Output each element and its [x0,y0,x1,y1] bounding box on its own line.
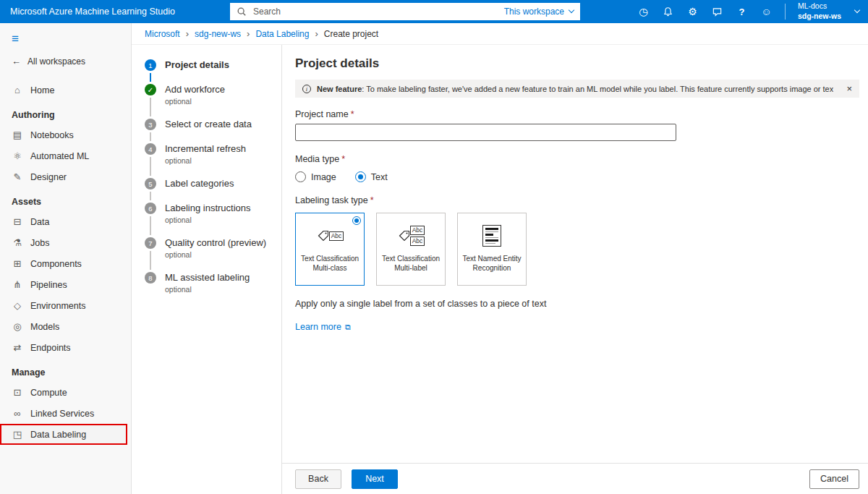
nav-label: Jobs [30,238,49,248]
nav-label: Pipelines [30,280,67,290]
hamburger-menu-icon[interactable]: ≡ [0,26,131,49]
nav-label: Home [30,85,54,95]
breadcrumb-microsoft[interactable]: Microsoft [145,29,180,39]
project-name-input[interactable] [295,124,676,141]
ner-icon [482,225,501,247]
sidebar-item-jobs[interactable]: ⚗ Jobs [0,232,131,253]
project-details-panel: Project details i New feature: To make l… [282,45,868,494]
media-type-options: Image Text [295,171,868,182]
sidebar-section-authoring: Authoring [0,101,131,124]
selected-radio-icon [352,216,361,225]
breadcrumb-data-labeling[interactable]: Data Labeling [255,29,309,39]
step-item-labeling-instructions[interactable]: 6 Labeling instructions optional [145,203,281,237]
automated-ml-icon: ⚛ [12,150,23,161]
step-optional: optional [165,250,266,259]
step-indicator-1: 1 [145,59,156,71]
step-item-select-or-create-data[interactable]: 3 Select or create data [145,119,281,143]
info-icon: i [302,85,311,93]
step-item-label-categories[interactable]: 5 Label categories [145,178,281,203]
step-item-ml-assisted-labeling[interactable]: 8 ML assisted labeling optional [145,272,281,307]
global-search[interactable]: This workspace [230,3,580,20]
nav-label: Models [30,322,59,332]
abc-box: Abc [410,226,425,235]
gear-icon[interactable]: ⚙ [686,7,699,17]
nav-label: Automated ML [30,151,89,161]
sidebar-item-automated-ml[interactable]: ⚛ Automated ML [0,145,131,166]
step-label: Quality control (preview) [165,237,266,249]
breadcrumb-workspace[interactable]: sdg-new-ws [195,29,241,39]
smiley-icon[interactable]: ☺ [760,7,773,17]
media-type-image-radio[interactable]: Image [295,171,336,182]
step-item-add-workforce[interactable]: ✓ Add workforce optional [145,84,281,119]
labeling-task-type-label: Labeling task type* [295,195,868,205]
close-icon[interactable]: × [839,83,852,94]
task-card-text-classification-multi-class[interactable]: Abc Text Classification Multi-class [295,213,365,286]
all-workspaces-link[interactable]: ← All workspaces [0,49,131,71]
task-card-text-named-entity-recognition[interactable]: Text Named Entity Recognition [457,213,527,286]
new-feature-banner: i New feature: To make labeling faster, … [295,80,859,98]
topbar: Microsoft Azure Machine Learning Studio … [0,0,868,23]
sidebar-item-linked-services[interactable]: ∞ Linked Services [0,403,131,424]
sidebar-item-components[interactable]: ⊞ Components [0,253,131,274]
tag-icon [316,229,331,243]
wizard-stepper: 1 Project details ✓ Add workforce option… [132,45,282,494]
step-connector [150,132,151,141]
step-item-quality-control[interactable]: 7 Quality control (preview) optional [145,237,281,272]
sidebar-item-endpoints[interactable]: ⇄ Endpoints [0,337,131,358]
external-link-icon: ⧉ [345,323,351,332]
sidebar-item-environments[interactable]: ◇ Environments [0,295,131,316]
step-connector [150,251,151,270]
sidebar-section-assets: Assets [0,187,131,211]
label-text: Media type [295,154,339,164]
step-optional: optional [165,97,225,106]
compute-icon: ⊡ [12,387,23,398]
help-icon[interactable]: ? [736,7,748,17]
data-icon: ⊟ [12,216,23,227]
clock-icon[interactable]: ◷ [637,7,650,17]
sidebar-item-data[interactable]: ⊟ Data [0,211,131,232]
components-icon: ⊞ [12,258,23,269]
search-input[interactable] [252,6,504,17]
step-connector [150,98,151,116]
project-name-label: Project name* [295,109,868,119]
abc-stack: Abc Abc [410,226,425,246]
cancel-button[interactable]: Cancel [809,469,859,489]
sidebar-item-pipelines[interactable]: ⋔ Pipelines [0,274,131,295]
required-marker: * [370,195,374,205]
media-type-text-radio[interactable]: Text [355,171,388,182]
notebooks-icon: ▤ [12,129,23,140]
topbar-actions: ◷ ⚙ ? ☺ ML-docs sdg-new-ws [637,0,868,23]
bell-icon[interactable] [662,7,674,17]
step-indicator-7: 7 [145,237,156,249]
chevron-right-icon: › [315,28,318,39]
step-optional: optional [165,216,251,224]
sidebar-item-compute[interactable]: ⊡ Compute [0,382,131,403]
sidebar-item-data-labeling[interactable]: ◳ Data Labeling [0,424,127,445]
sidebar-item-designer[interactable]: ✎ Designer [0,166,131,187]
sidebar-item-models[interactable]: ◎ Models [0,316,131,337]
step-item-project-details[interactable]: 1 Project details [145,59,281,84]
radio-icon [355,171,366,182]
task-card-text-classification-multi-label[interactable]: Abc Abc Text Classification Multi-label [376,213,446,286]
chevron-down-icon[interactable] [854,7,860,13]
nav-label: Environments [30,301,85,311]
learn-more-link[interactable]: Learn more ⧉ [295,322,351,332]
back-arrow-icon: ← [12,56,21,67]
all-workspaces-label: All workspaces [27,56,85,67]
feedback-icon[interactable] [711,7,723,17]
next-button[interactable]: Next [352,469,398,489]
back-button[interactable]: Back [295,469,341,489]
banner-body: : To make labeling faster, we've added a… [362,85,833,93]
sidebar-item-home[interactable]: ⌂ Home [0,80,131,101]
sidebar-item-notebooks[interactable]: ▤ Notebooks [0,124,131,145]
card-label: Text Classification Multi-label [382,254,440,273]
banner-title: New feature [317,85,362,93]
workspace-selector[interactable]: ML-docs sdg-new-ws [798,1,841,21]
search-scope-dropdown[interactable]: This workspace [504,7,574,17]
step-optional: optional [165,156,246,165]
step-item-incremental-refresh[interactable]: 4 Incremental refresh optional [145,143,281,178]
step-connector [150,73,151,82]
radio-label: Image [311,172,336,182]
chevron-down-icon [569,7,574,13]
card-label-line2: Multi-class [301,263,359,273]
